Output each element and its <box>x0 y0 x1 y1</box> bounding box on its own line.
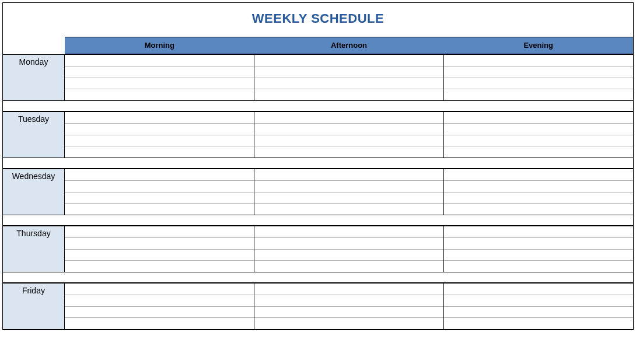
schedule-cell[interactable] <box>444 238 633 250</box>
header-spacer <box>3 37 65 54</box>
day-label-tuesday: Tuesday <box>3 112 65 158</box>
schedule-cell[interactable] <box>65 124 254 135</box>
schedule-cell[interactable] <box>254 135 443 147</box>
day-col-afternoon <box>254 112 444 158</box>
schedule-cell[interactable] <box>254 192 443 204</box>
day-col-afternoon <box>254 55 444 100</box>
schedule-cell[interactable] <box>444 261 633 272</box>
day-columns <box>65 169 633 215</box>
schedule-cell[interactable] <box>65 295 254 307</box>
schedule-cell[interactable] <box>65 112 254 124</box>
schedule-cell[interactable] <box>65 284 254 295</box>
day-label-friday: Friday <box>3 284 65 329</box>
schedule-cell[interactable] <box>254 226 443 238</box>
day-label-wednesday: Wednesday <box>3 169 65 215</box>
day-block-wednesday: Wednesday <box>3 169 633 215</box>
schedule-cell[interactable] <box>65 169 254 181</box>
day-columns <box>65 55 633 100</box>
schedule-cell[interactable] <box>254 284 443 295</box>
schedule-cell[interactable] <box>254 307 443 318</box>
day-block-monday: Monday <box>3 54 633 101</box>
schedule-cell[interactable] <box>65 261 254 272</box>
schedule-cell[interactable] <box>444 66 633 78</box>
schedule-cell[interactable] <box>254 66 443 78</box>
schedule-cell[interactable] <box>65 78 254 90</box>
schedule-cell[interactable] <box>65 146 254 158</box>
day-col-morning <box>65 169 254 215</box>
schedule-cell[interactable] <box>65 226 254 238</box>
schedule-cell[interactable] <box>444 124 633 135</box>
schedule-cell[interactable] <box>444 112 633 124</box>
schedule-cell[interactable] <box>444 284 633 295</box>
schedule-cell[interactable] <box>444 135 633 147</box>
schedule-cell[interactable] <box>254 55 443 66</box>
day-col-afternoon <box>254 284 444 329</box>
schedule-cell[interactable] <box>254 78 443 90</box>
schedule-cell[interactable] <box>254 318 443 329</box>
day-col-afternoon <box>254 226 444 272</box>
header-row: Morning Afternoon Evening <box>3 37 633 54</box>
schedule-cell[interactable] <box>444 295 633 307</box>
schedule-cell[interactable] <box>65 204 254 215</box>
schedule-cell[interactable] <box>444 146 633 158</box>
day-columns <box>65 112 633 158</box>
day-col-evening <box>444 284 633 329</box>
schedule-cell[interactable] <box>444 192 633 204</box>
schedule-cell[interactable] <box>254 295 443 307</box>
day-block-tuesday: Tuesday <box>3 111 633 158</box>
schedule-cell[interactable] <box>65 55 254 66</box>
day-gap <box>3 158 633 169</box>
schedule-container: WEEKLY SCHEDULE Morning Afternoon Evenin… <box>2 2 634 330</box>
day-columns <box>65 284 633 329</box>
schedule-cell[interactable] <box>254 238 443 250</box>
schedule-cell[interactable] <box>65 318 254 329</box>
schedule-cell[interactable] <box>444 307 633 318</box>
schedule-cell[interactable] <box>254 146 443 158</box>
day-gap <box>3 101 633 111</box>
schedule-cell[interactable] <box>444 204 633 215</box>
schedule-cell[interactable] <box>65 66 254 78</box>
schedule-cell[interactable] <box>65 135 254 147</box>
day-columns <box>65 226 633 272</box>
schedule-cell[interactable] <box>254 89 443 100</box>
page-title: WEEKLY SCHEDULE <box>3 3 633 37</box>
schedule-cell[interactable] <box>444 169 633 181</box>
schedule-cell[interactable] <box>444 250 633 261</box>
schedule-cell[interactable] <box>65 192 254 204</box>
header-band: Morning Afternoon Evening <box>65 37 633 54</box>
schedule-cell[interactable] <box>444 78 633 90</box>
schedule-cell[interactable] <box>65 250 254 261</box>
day-label-thursday: Thursday <box>3 226 65 272</box>
day-label-monday: Monday <box>3 55 65 100</box>
day-col-evening <box>444 55 633 100</box>
day-col-evening <box>444 112 633 158</box>
schedule-cell[interactable] <box>444 226 633 238</box>
day-col-morning <box>65 284 254 329</box>
day-col-morning <box>65 226 254 272</box>
day-gap <box>3 215 633 226</box>
schedule-cell[interactable] <box>444 318 633 329</box>
day-gap <box>3 272 633 283</box>
schedule-cell[interactable] <box>65 181 254 192</box>
header-afternoon: Afternoon <box>254 37 444 54</box>
schedule-cell[interactable] <box>254 112 443 124</box>
day-block-friday: Friday <box>3 283 633 330</box>
schedule-cell[interactable] <box>444 89 633 100</box>
schedule-cell[interactable] <box>444 55 633 66</box>
schedule-cell[interactable] <box>65 238 254 250</box>
day-col-evening <box>444 169 633 215</box>
day-col-morning <box>65 112 254 158</box>
schedule-cell[interactable] <box>254 181 443 192</box>
day-col-afternoon <box>254 169 444 215</box>
header-evening: Evening <box>443 37 633 54</box>
schedule-cell[interactable] <box>254 169 443 181</box>
schedule-cell[interactable] <box>254 250 443 261</box>
schedule-cell[interactable] <box>65 307 254 318</box>
schedule-cell[interactable] <box>254 124 443 135</box>
day-block-thursday: Thursday <box>3 226 633 272</box>
schedule-cell[interactable] <box>254 261 443 272</box>
day-col-evening <box>444 226 633 272</box>
schedule-cell[interactable] <box>254 204 443 215</box>
schedule-cell[interactable] <box>65 89 254 100</box>
schedule-cell[interactable] <box>444 181 633 192</box>
